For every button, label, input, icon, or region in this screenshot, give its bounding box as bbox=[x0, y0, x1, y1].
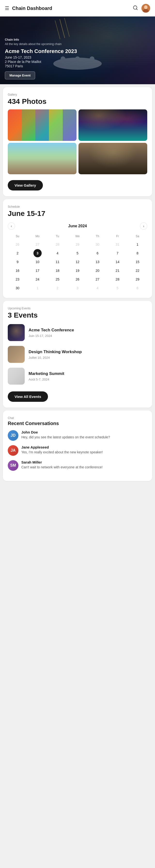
calendar-day[interactable]: 1 bbox=[128, 240, 147, 249]
event-date: Juillet 10, 2024 bbox=[29, 356, 147, 360]
menu-icon[interactable]: ☰ bbox=[5, 5, 9, 11]
calendar-day[interactable]: 2 bbox=[48, 284, 67, 292]
calendar-day-header: Fr bbox=[108, 234, 127, 240]
svg-line-1 bbox=[136, 9, 137, 10]
calendar-day[interactable]: 17 bbox=[28, 267, 48, 275]
calendar-day[interactable]: 4 bbox=[88, 284, 107, 292]
calendar-day[interactable]: 10 bbox=[28, 258, 48, 266]
calendar-day[interactable]: 16 bbox=[8, 267, 27, 275]
hero-address: 2 Place de la Pte Maillot bbox=[5, 60, 77, 64]
calendar-day[interactable]: 30 bbox=[8, 284, 27, 292]
hero-subtitle: All the key details about the upcoming c… bbox=[5, 42, 77, 46]
calendar-day[interactable]: 19 bbox=[68, 267, 87, 275]
chat-avatar: SM bbox=[8, 460, 19, 471]
calendar-day[interactable]: 27 bbox=[28, 240, 48, 249]
calendar-day[interactable]: 1 bbox=[28, 284, 48, 292]
calendar-day[interactable]: 13 bbox=[88, 258, 107, 266]
hero-background: Chain Info All the key details about the… bbox=[0, 17, 155, 84]
calendar-day[interactable]: 5 bbox=[108, 284, 127, 292]
calendar-day[interactable]: 22 bbox=[128, 267, 147, 275]
calendar-header: ‹ June 2024 › bbox=[8, 222, 147, 230]
gallery-label: Gallery bbox=[8, 93, 147, 96]
calendar-day[interactable]: 3 bbox=[68, 284, 87, 292]
calendar-day[interactable]: 28 bbox=[108, 275, 127, 283]
gallery-card: Gallery 434 Photos View Gallery bbox=[3, 87, 152, 196]
chat-sender-name: Jane Appleseed bbox=[21, 445, 147, 449]
gallery-image-1[interactable] bbox=[8, 110, 76, 141]
calendar-day[interactable]: 12 bbox=[68, 258, 87, 266]
gallery-grid bbox=[8, 110, 147, 174]
calendar-prev-button[interactable]: ‹ bbox=[8, 222, 15, 230]
calendar: ‹ June 2024 › SuMoTuWeThFrSa262728293031… bbox=[8, 222, 147, 292]
calendar-day[interactable]: 26 bbox=[8, 240, 27, 249]
chat-message[interactable]: JAJane AppleseedYes, I'm really excited … bbox=[8, 445, 147, 456]
header-title: Chain Dashboard bbox=[12, 6, 52, 11]
calendar-day[interactable]: 2 bbox=[8, 249, 27, 257]
avatar[interactable] bbox=[142, 4, 150, 12]
chat-message[interactable]: SMSarah MillerCan't wait to network with… bbox=[8, 460, 147, 471]
gallery-image-4[interactable] bbox=[79, 143, 147, 174]
event-info: Marketing SummitAoût 5-7, 2024 bbox=[29, 371, 147, 381]
hero-badge: Chain Info bbox=[5, 38, 77, 41]
hero-date: June 15-17, 2023 bbox=[5, 56, 77, 59]
calendar-day[interactable]: 9 bbox=[8, 258, 27, 266]
calendar-day-header: Tu bbox=[48, 234, 67, 240]
chat-message[interactable]: JDJohn DoeHey, did you see the latest up… bbox=[8, 430, 147, 441]
event-name: Design Thinking Workshop bbox=[29, 349, 147, 354]
events-list: Acme Tech ConferenceJuin 15-17, 2024Desi… bbox=[8, 324, 147, 384]
calendar-day[interactable]: 29 bbox=[68, 240, 87, 249]
header-left: ☰ Chain Dashboard bbox=[5, 5, 52, 11]
calendar-day-header: Sa bbox=[128, 234, 147, 240]
hero-event-name: Acme Tech Conference 2023 bbox=[5, 48, 77, 55]
manage-event-button[interactable]: Manage Event bbox=[5, 71, 35, 80]
calendar-day[interactable]: 6 bbox=[88, 249, 107, 257]
event-thumbnail-0 bbox=[8, 324, 25, 341]
event-date: Juin 15-17, 2024 bbox=[29, 334, 147, 338]
calendar-day[interactable]: 28 bbox=[48, 240, 67, 249]
search-icon[interactable] bbox=[133, 5, 138, 11]
view-gallery-button[interactable]: View Gallery bbox=[8, 180, 43, 190]
calendar-day[interactable]: 3 bbox=[33, 249, 42, 257]
chat-title: Recent Conversations bbox=[8, 421, 147, 426]
event-item[interactable]: Design Thinking WorkshopJuillet 10, 2024 bbox=[8, 346, 147, 363]
calendar-day[interactable]: 31 bbox=[108, 240, 127, 249]
header-right bbox=[133, 4, 150, 12]
calendar-day[interactable]: 7 bbox=[108, 249, 127, 257]
hero-content: Chain Info All the key details about the… bbox=[5, 38, 77, 80]
top-header: ☰ Chain Dashboard bbox=[0, 0, 155, 17]
event-item[interactable]: Marketing SummitAoût 5-7, 2024 bbox=[8, 368, 147, 384]
event-item[interactable]: Acme Tech ConferenceJuin 15-17, 2024 bbox=[8, 324, 147, 341]
chat-message-text: Hey, did you see the latest updates on t… bbox=[21, 435, 147, 440]
calendar-day[interactable]: 4 bbox=[48, 249, 67, 257]
calendar-day[interactable]: 11 bbox=[48, 258, 67, 266]
calendar-day[interactable]: 14 bbox=[108, 258, 127, 266]
calendar-day[interactable]: 26 bbox=[68, 275, 87, 283]
calendar-day-header: Mo bbox=[28, 234, 48, 240]
chat-sender-name: John Doe bbox=[21, 430, 147, 434]
calendar-day[interactable]: 30 bbox=[88, 240, 107, 249]
svg-point-3 bbox=[144, 5, 148, 9]
calendar-day[interactable]: 21 bbox=[108, 267, 127, 275]
calendar-day[interactable]: 25 bbox=[48, 275, 67, 283]
event-name: Acme Tech Conference bbox=[29, 328, 147, 333]
calendar-day[interactable]: 15 bbox=[128, 258, 147, 266]
event-info: Design Thinking WorkshopJuillet 10, 2024 bbox=[29, 349, 147, 359]
calendar-day[interactable]: 23 bbox=[8, 275, 27, 283]
calendar-day[interactable]: 20 bbox=[88, 267, 107, 275]
calendar-day[interactable]: 6 bbox=[128, 284, 147, 292]
view-all-events-button[interactable]: View All Events bbox=[8, 392, 48, 402]
chat-body: John DoeHey, did you see the latest upda… bbox=[21, 430, 147, 441]
calendar-day[interactable]: 5 bbox=[68, 249, 87, 257]
calendar-day[interactable]: 18 bbox=[48, 267, 67, 275]
calendar-day-header: Su bbox=[8, 234, 27, 240]
calendar-day[interactable]: 24 bbox=[28, 275, 48, 283]
calendar-day[interactable]: 29 bbox=[128, 275, 147, 283]
calendar-day[interactable]: 8 bbox=[128, 249, 147, 257]
gallery-image-2[interactable] bbox=[79, 110, 147, 141]
calendar-day[interactable]: 27 bbox=[88, 275, 107, 283]
calendar-next-button[interactable]: › bbox=[140, 222, 147, 230]
calendar-grid: SuMoTuWeThFrSa26272829303112345678910111… bbox=[8, 234, 147, 292]
event-name: Marketing Summit bbox=[29, 371, 147, 376]
chat-body: Sarah MillerCan't wait to network with e… bbox=[21, 460, 147, 471]
gallery-image-3[interactable] bbox=[8, 143, 76, 174]
